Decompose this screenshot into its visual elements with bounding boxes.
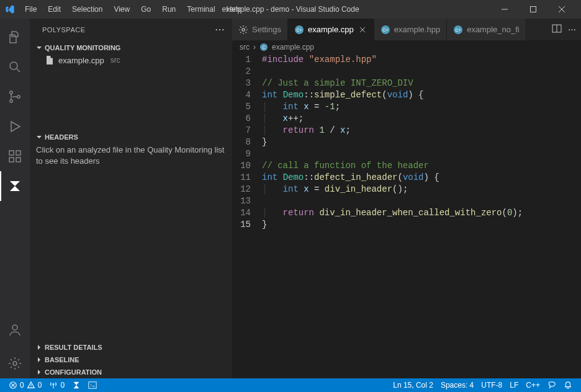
status-errors[interactable]: 0 0	[5, 378, 45, 392]
run-debug-activity[interactable]	[0, 112, 30, 141]
error-icon	[9, 381, 17, 390]
cpp-file-icon: C	[259, 43, 268, 51]
source-control-activity[interactable]	[0, 82, 30, 112]
breadcrumbs[interactable]: src › C example.cpp	[232, 40, 581, 54]
error-count: 0	[20, 381, 24, 390]
svg-rect-0	[531, 7, 536, 12]
cpp-file-icon: C+	[453, 25, 463, 35]
status-terminal[interactable]	[84, 378, 101, 392]
section-title: RESULT DETAILS	[45, 344, 102, 351]
tab-label: example_no_fi	[467, 25, 520, 34]
tab-example-hpp[interactable]: C+example.hpp	[374, 19, 447, 40]
search-activity[interactable]	[0, 52, 30, 82]
svg-text:C: C	[262, 45, 265, 50]
tab-settings[interactable]: Settings	[232, 19, 288, 40]
status-bar: 0 0 0 Ln 15, Col 2 Spaces: 4 UTF-8 LF C+…	[0, 378, 581, 392]
result-details-header[interactable]: RESULT DETAILS	[30, 341, 232, 354]
vscode-logo-icon	[5, 4, 15, 14]
tab-label: example.cpp	[308, 25, 354, 34]
svg-point-3	[10, 100, 12, 102]
menu-item-run[interactable]: Run	[157, 2, 181, 16]
terminal-icon	[88, 381, 97, 390]
status-polyspace[interactable]	[68, 378, 84, 392]
svg-rect-5	[9, 151, 14, 155]
section-title: HEADERS	[45, 133, 78, 141]
settings-icon	[238, 25, 248, 35]
status-feedback[interactable]	[544, 381, 560, 390]
file-row[interactable]: example.cpp src	[30, 54, 232, 66]
svg-point-4	[17, 96, 20, 98]
extensions-activity[interactable]	[0, 141, 30, 171]
feedback-icon	[547, 381, 556, 390]
baseline-header[interactable]: BASELINE	[30, 354, 232, 366]
status-cursor-position[interactable]: Ln 15, Col 2	[389, 381, 437, 390]
sidebar: POLYSPACE ⋯ QUALITY MONITORING example.c…	[30, 19, 232, 378]
close-button[interactable]	[547, 0, 576, 19]
section-title: CONFIGURATION	[45, 368, 102, 376]
configuration-header[interactable]: CONFIGURATION	[30, 366, 232, 378]
warning-count: 0	[38, 381, 42, 390]
maximize-button[interactable]	[519, 0, 547, 19]
svg-rect-24	[89, 382, 96, 389]
menu-item-terminal[interactable]: Terminal	[182, 2, 220, 16]
activity-bar	[0, 19, 30, 378]
menu-item-file[interactable]: File	[20, 2, 42, 16]
status-eol[interactable]: LF	[506, 381, 522, 390]
settings-gear-activity[interactable]	[0, 349, 30, 378]
minimize-button[interactable]	[490, 0, 519, 19]
headers-hint: Click on an analyzed file in the Quality…	[30, 143, 232, 172]
more-actions-icon[interactable]: ⋯	[568, 25, 576, 34]
file-name: example.cpp	[58, 56, 104, 65]
menu-item-edit[interactable]: Edit	[43, 2, 66, 16]
warning-icon	[27, 381, 35, 390]
close-icon[interactable]	[358, 25, 367, 35]
minimap[interactable]	[570, 54, 581, 378]
section-title: BASELINE	[45, 356, 79, 363]
svg-text:C+: C+	[382, 28, 388, 32]
sidebar-title: POLYSPACE	[42, 26, 86, 33]
svg-text:C+: C+	[296, 28, 302, 32]
breadcrumb-part[interactable]: example.cpp	[272, 43, 314, 51]
chevron-right-icon	[35, 368, 43, 376]
split-editor-icon[interactable]	[552, 24, 562, 35]
more-actions-icon[interactable]: ⋯	[215, 24, 225, 35]
polyspace-activity[interactable]	[0, 171, 30, 201]
quality-monitoring-header[interactable]: QUALITY MONITORING	[30, 42, 232, 54]
menu-bar: FileEditSelectionViewGoRunTerminalHelp	[20, 2, 246, 16]
svg-rect-8	[16, 158, 20, 162]
status-indentation[interactable]: Spaces: 4	[437, 381, 477, 390]
svg-point-9	[12, 325, 17, 330]
status-notifications[interactable]	[560, 381, 576, 390]
chevron-down-icon	[35, 43, 43, 52]
tab-example-no-fi[interactable]: C+example_no_fi	[447, 19, 526, 40]
svg-point-1	[10, 62, 17, 69]
radio-tower-icon	[49, 381, 58, 390]
cpp-file-icon: C+	[381, 25, 390, 35]
svg-text:C+: C+	[456, 28, 461, 32]
menu-item-view[interactable]: View	[109, 2, 135, 16]
headers-section: HEADERS Click on an analyzed file in the…	[30, 130, 232, 173]
editor-area: SettingsC+example.cppC+example.hppC+exam…	[232, 19, 581, 378]
tab-label: example.hpp	[394, 25, 440, 34]
tab-example-cpp[interactable]: C+example.cpp	[288, 19, 374, 40]
breadcrumb-part[interactable]: src	[240, 43, 250, 51]
code-content[interactable]: #include "example.hpp"// Just a simple I…	[262, 54, 581, 378]
code-editor[interactable]: 123456789101112131415 #include "example.…	[232, 54, 581, 378]
headers-header[interactable]: HEADERS	[30, 131, 232, 143]
line-number-gutter: 123456789101112131415	[232, 54, 262, 378]
menu-item-go[interactable]: Go	[136, 2, 156, 16]
chevron-right-icon: ›	[253, 43, 256, 51]
account-activity[interactable]	[0, 315, 30, 345]
bell-icon	[564, 381, 572, 390]
file-icon	[45, 55, 55, 65]
status-ports[interactable]: 0	[45, 378, 68, 392]
window-title: example.cpp - demo - Visual Studio Code	[222, 5, 359, 14]
svg-point-22	[30, 387, 31, 388]
chevron-right-icon	[35, 355, 43, 364]
cpp-file-icon: C+	[294, 25, 304, 35]
files-activity[interactable]	[0, 22, 30, 52]
chevron-down-icon	[35, 133, 43, 141]
menu-item-selection[interactable]: Selection	[67, 2, 107, 16]
status-language[interactable]: C++	[522, 381, 544, 390]
status-encoding[interactable]: UTF-8	[477, 381, 506, 390]
